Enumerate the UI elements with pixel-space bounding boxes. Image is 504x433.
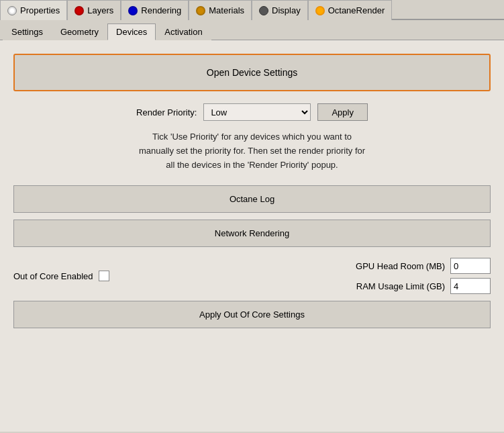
tab-rendering-label: Rendering — [141, 5, 181, 15]
tab-display-label: Display — [272, 5, 301, 15]
ram-usage-row: RAM Usage Limit (GB) — [356, 278, 491, 294]
open-device-settings-button[interactable]: Open Device Settings — [13, 54, 491, 91]
network-rendering-button[interactable]: Network Rendering — [13, 220, 491, 247]
out-of-core-left: Out of Core Enabled — [13, 271, 109, 281]
tab-layers[interactable]: Layers — [67, 0, 121, 20]
ram-usage-label: RAM Usage Limit (GB) — [356, 281, 445, 291]
gpu-head-room-label: GPU Head Room (MB) — [356, 261, 445, 271]
tab-materials[interactable]: Materials — [189, 0, 252, 20]
subtab-settings[interactable]: Settings — [3, 23, 52, 40]
materials-icon — [196, 6, 205, 15]
tab-properties[interactable]: Properties — [0, 0, 67, 20]
out-of-core-right: GPU Head Room (MB) RAM Usage Limit (GB) — [356, 258, 491, 294]
out-of-core-checkbox[interactable] — [99, 271, 109, 281]
subtab-devices[interactable]: Devices — [107, 23, 156, 40]
gpu-head-room-input[interactable] — [450, 258, 491, 274]
layers-icon — [74, 6, 84, 15]
tab-materials-label: Materials — [209, 5, 244, 15]
render-priority-label: Render Priority: — [136, 107, 197, 117]
tab-display[interactable]: Display — [252, 0, 308, 20]
tab-rendering[interactable]: Rendering — [121, 0, 189, 20]
octane-icon — [315, 6, 325, 15]
info-text: Tick 'Use Priority' for any devices whic… — [13, 130, 491, 172]
apply-button[interactable]: Apply — [317, 103, 368, 121]
tab-properties-label: Properties — [20, 5, 60, 15]
out-of-core-row: Out of Core Enabled GPU Head Room (MB) R… — [13, 258, 491, 294]
out-of-core-label: Out of Core Enabled — [13, 271, 93, 281]
display-icon — [259, 6, 268, 15]
render-priority-row: Render Priority: Low Normal High Apply — [13, 103, 491, 121]
subtab-geometry[interactable]: Geometry — [52, 23, 107, 40]
apply-out-of-core-button[interactable]: Apply Out Of Core Settings — [13, 301, 491, 328]
devices-content: Open Device Settings Render Priority: Lo… — [0, 40, 504, 432]
gpu-head-room-row: GPU Head Room (MB) — [356, 258, 491, 274]
subtab-activation[interactable]: Activation — [156, 23, 211, 40]
rendering-icon — [128, 6, 138, 15]
top-tab-bar: Properties Layers Rendering Materials Di… — [0, 0, 504, 20]
tab-octanerender-label: OctaneRender — [328, 5, 385, 15]
properties-icon — [7, 6, 17, 15]
bottom-options: Out of Core Enabled GPU Head Room (MB) R… — [13, 258, 491, 328]
tab-layers-label: Layers — [87, 5, 113, 15]
sub-tab-bar: Settings Geometry Devices Activation — [0, 20, 504, 40]
ram-usage-input[interactable] — [450, 278, 491, 294]
render-priority-select[interactable]: Low Normal High — [203, 103, 311, 121]
octane-log-button[interactable]: Octane Log — [13, 185, 491, 213]
tab-octanerender[interactable]: OctaneRender — [308, 0, 393, 20]
